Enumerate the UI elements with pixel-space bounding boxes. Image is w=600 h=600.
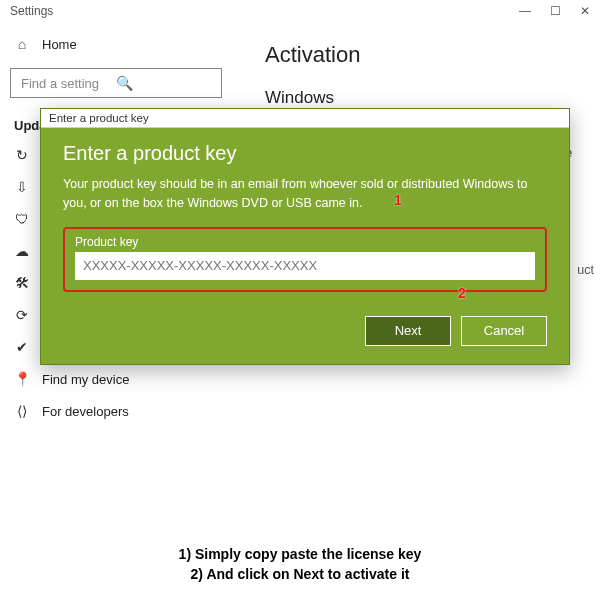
annotation-2: 2 [458,285,466,301]
sidebar-item-developers[interactable]: ⟨⟩ For developers [0,395,232,427]
shield-icon: 🛡 [14,211,30,227]
home-icon: ⌂ [14,36,30,52]
dialog-heading: Enter a product key [63,142,547,165]
sync-icon: ↻ [14,147,30,163]
window-minimize[interactable]: — [510,0,540,22]
page-title: Activation [265,42,580,68]
search-placeholder: Find a setting [21,76,116,91]
window-close[interactable]: ✕ [570,0,600,22]
product-key-label: Product key [75,235,535,249]
dialog-buttons: Next Cancel [63,316,547,346]
dialog-help-text: Your product key should be in an email f… [63,175,547,213]
instruction-line-2: 2) And click on Next to activate it [0,566,600,582]
developers-icon: ⟨⟩ [14,403,30,419]
window-controls: — ☐ ✕ [510,0,600,22]
backup-icon: ☁ [14,243,30,259]
troubleshoot-icon: 🛠 [14,275,30,291]
next-button[interactable]: Next [365,316,451,346]
search-icon: 🔍 [116,75,211,91]
section-windows-title: Windows [265,88,580,108]
sidebar-home-label: Home [42,37,77,52]
sidebar-item-label: Find my device [42,372,129,387]
sidebar-item-label: For developers [42,404,129,419]
instruction-line-1: 1) Simply copy paste the license key [0,546,600,562]
dialog-titlebar: Enter a product key [41,109,569,128]
download-icon: ⇩ [14,179,30,195]
instructions: 1) Simply copy paste the license key 2) … [0,542,600,586]
truncated-text: uct [577,263,594,277]
cancel-button[interactable]: Cancel [461,316,547,346]
window-maximize[interactable]: ☐ [540,0,570,22]
sidebar-home[interactable]: ⌂ Home [0,28,232,60]
product-key-field-group: Product key [63,227,547,292]
product-key-input[interactable] [75,252,535,280]
location-icon: 📍 [14,371,30,387]
sidebar-item-find-device[interactable]: 📍 Find my device [0,363,232,395]
product-key-dialog: Enter a product key Enter a product key … [40,108,570,365]
window-title: Settings [10,4,53,18]
search-input[interactable]: Find a setting 🔍 [10,68,222,98]
annotation-1: 1 [394,192,402,208]
recovery-icon: ⟳ [14,307,30,323]
activation-icon: ✔ [14,339,30,355]
